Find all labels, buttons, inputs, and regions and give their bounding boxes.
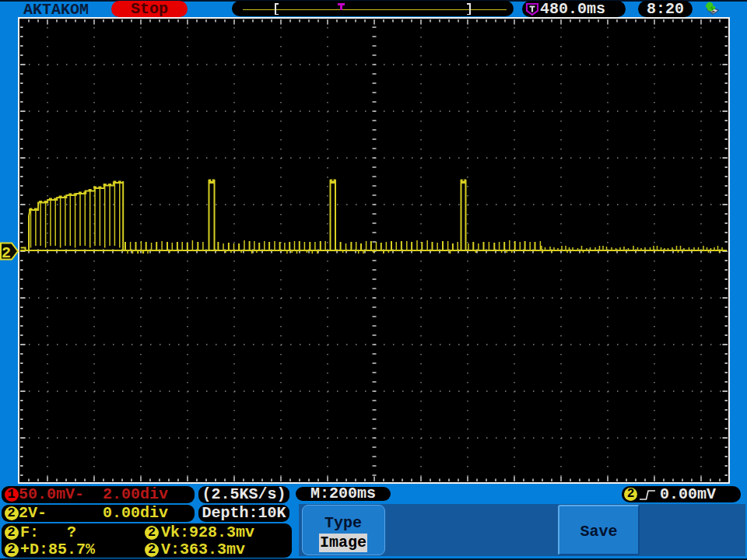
svg-text:2: 2 — [2, 244, 11, 262]
